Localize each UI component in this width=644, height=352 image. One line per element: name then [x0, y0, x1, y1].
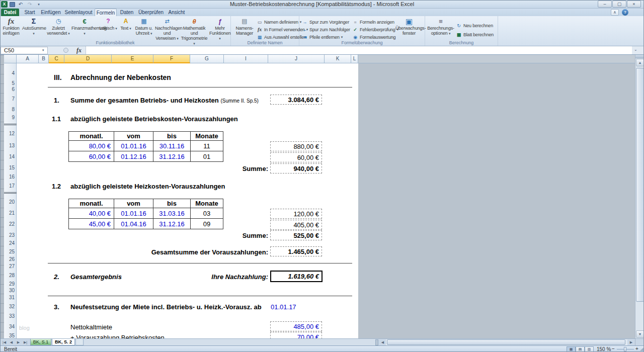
hscroll-left-icon[interactable]: ◀ — [379, 339, 386, 345]
first-sheet-button[interactable]: |◀ — [1, 339, 8, 345]
page-break-view-icon[interactable]: ▥ — [585, 346, 594, 352]
more-functions-button[interactable]: ƒ Mehr Funktionen ▾ — [209, 17, 230, 40]
insert-function-button[interactable]: fx Funktion einfügen — [1, 17, 21, 40]
watch-window-button[interactable]: ▣ Überwachungs- fenster — [395, 17, 423, 40]
page-layout-view-icon[interactable]: ▤ — [576, 346, 585, 352]
sheet-tab-bk-s1[interactable]: BK, S.1 — [30, 339, 51, 345]
table-header-cell[interactable]: Monate — [191, 132, 223, 141]
split-handle[interactable] — [635, 55, 644, 58]
help-icon[interactable]: ? — [622, 9, 628, 16]
row-header[interactable]: 17 — [4, 183, 15, 190]
cell-sum-betriebskosten[interactable]: 940,00 € — [270, 163, 322, 173]
row-header[interactable]: 6 — [4, 86, 15, 93]
cell-nettokaltmiete[interactable]: 485,00 € — [270, 321, 322, 331]
autosum-button[interactable]: Σ AutoSumme ▾ — [22, 17, 45, 40]
tab-ueberpruefen[interactable]: Überprüfen — [137, 9, 165, 16]
row-header[interactable]: 26 — [4, 256, 15, 263]
table-header-cell[interactable]: monatl. — [69, 132, 114, 141]
cell-vorauszahlung-bk[interactable]: 70,00 € — [270, 332, 322, 338]
table-cell[interactable]: 09 — [191, 219, 223, 229]
tab-splitter[interactable] — [375, 339, 378, 345]
show-formulas-button[interactable]: = Formeln anzeigen — [352, 19, 394, 26]
name-box-caret-icon[interactable]: ▾ — [42, 48, 44, 52]
column-header-j[interactable]: J — [268, 55, 325, 63]
calculation-options-button[interactable]: ≡ Berechnungs- optionen ▾ — [427, 17, 454, 40]
tab-einfuegen[interactable]: Einfügen — [39, 9, 62, 16]
calculate-sheet-button[interactable]: ▦ Blatt berechnen — [456, 31, 494, 38]
minimize-button[interactable]: – — [598, 1, 612, 8]
cell-new-rent-date[interactable]: 01.01.17 — [271, 303, 296, 311]
column-header-b[interactable]: B — [39, 55, 49, 63]
table-header-cell[interactable]: monatl. — [69, 199, 114, 208]
tab-datei[interactable]: Datei — [1, 9, 19, 16]
resize-grip-icon[interactable]: ◢ — [640, 346, 643, 351]
sheet-tab-bk-s2[interactable]: BK, S. 2 — [52, 339, 75, 345]
table-header-cell[interactable]: vom — [114, 132, 153, 141]
row-header[interactable]: 7 — [4, 96, 15, 103]
table-cell[interactable]: 31.12.16 — [153, 151, 191, 162]
table-cell[interactable]: 40,00 € — [69, 208, 114, 219]
column-header-d[interactable]: D — [64, 55, 112, 63]
table-header-cell[interactable]: bis — [153, 199, 191, 208]
table-cell[interactable]: 03 — [191, 208, 223, 219]
row-header[interactable]: 25 — [4, 248, 15, 255]
tab-daten[interactable]: Daten — [118, 9, 136, 16]
formula-cancel-button[interactable] — [63, 48, 68, 53]
row-header[interactable]: 27 — [4, 263, 15, 270]
column-header-l[interactable]: L — [351, 55, 358, 63]
formula-input[interactable] — [86, 46, 632, 54]
remove-arrows-button[interactable]: ⇥ Pfeile entfernen ▾ — [302, 34, 343, 41]
table-cell[interactable]: 01.01.16 — [114, 141, 153, 151]
row-header[interactable]: 4 — [4, 70, 15, 77]
text-functions-button[interactable]: A Text ▾ — [119, 17, 133, 40]
lookup-reference-button[interactable]: ⇄ Nachschlagen und Verweisen ▾ — [155, 17, 179, 40]
vertical-scrollbar[interactable]: ▲ ▼ — [635, 55, 644, 338]
cell-value[interactable]: 60,00 € — [270, 152, 322, 162]
row-header[interactable]: 30 — [4, 287, 15, 294]
row-header[interactable]: 14 — [4, 153, 15, 160]
row-header[interactable]: 29 — [4, 281, 15, 288]
row-header[interactable]: 33 — [4, 313, 15, 320]
row-header[interactable]: 24 — [4, 240, 15, 247]
previous-sheet-button[interactable]: ◀ — [8, 339, 15, 345]
error-checking-button[interactable]: ✓ Fehlerüberprüfung ▾ — [352, 26, 398, 33]
scroll-up-icon[interactable]: ▲ — [636, 59, 644, 66]
zoom-out-icon[interactable]: − — [612, 346, 615, 351]
row-header[interactable]: 35 — [4, 332, 15, 338]
row-header[interactable]: 32 — [4, 303, 15, 310]
row-header[interactable]: 16 — [4, 173, 15, 181]
table-cell[interactable]: 31.12.16 — [153, 219, 191, 229]
worksheet[interactable]: 4 5 6 7 8 9 12 13 14 15 16 17 20 21 22 2… — [4, 63, 635, 338]
evaluate-formula-button[interactable]: ◉ Formelauswertung — [352, 34, 395, 41]
row-header[interactable]: 23 — [4, 232, 15, 239]
table-cell[interactable]: 01.12.16 — [114, 151, 153, 162]
table-cell[interactable]: 80,00 € — [69, 141, 114, 151]
zoom-in-icon[interactable]: + — [635, 346, 638, 351]
date-time-button[interactable]: ▦ Datum u. Uhrzeit ▾ — [134, 17, 154, 40]
column-header-k[interactable]: K — [325, 55, 351, 63]
cell-total-costs[interactable]: 3.084,60 € — [270, 95, 322, 105]
table-header-cell[interactable]: Monate — [191, 199, 223, 208]
name-manager-button[interactable]: ▤ Namens-Manager — [233, 17, 256, 40]
logical-button[interactable]: ? Logisch ▾ — [99, 17, 118, 40]
cell-nachzahlung[interactable]: 1.619,60 € — [270, 271, 323, 282]
zoom-level[interactable]: 150 % — [597, 346, 611, 352]
table-header-cell[interactable]: bis — [153, 132, 191, 141]
table-cell[interactable]: 01.04.16 — [114, 219, 153, 229]
column-header-a[interactable]: A — [17, 55, 39, 63]
cell-value[interactable]: 880,00 € — [270, 141, 322, 151]
row-header[interactable]: 20 — [4, 199, 15, 206]
cell-gesamtsumme[interactable]: 1.465,00 € — [270, 246, 322, 256]
tab-formeln[interactable]: Formeln — [95, 9, 117, 16]
row-header[interactable]: 34 — [4, 323, 15, 330]
row-header[interactable]: 13 — [4, 142, 15, 149]
recently-used-button[interactable]: ◷ Zuletzt verwendet ▾ — [46, 17, 70, 40]
column-header-g[interactable]: G — [190, 55, 224, 63]
cell-value[interactable]: 120,00 € — [270, 209, 322, 219]
financial-button[interactable]: € Finanzmathematik ▾ — [71, 17, 98, 40]
table-cell[interactable]: 30.11.16 — [153, 141, 191, 151]
maximize-button[interactable]: ▢ — [612, 1, 626, 8]
collapse-ribbon-icon[interactable]: ∧ — [611, 9, 619, 16]
vertical-scroll-thumb[interactable] — [636, 68, 644, 302]
table-cell[interactable]: 60,00 € — [69, 151, 114, 162]
